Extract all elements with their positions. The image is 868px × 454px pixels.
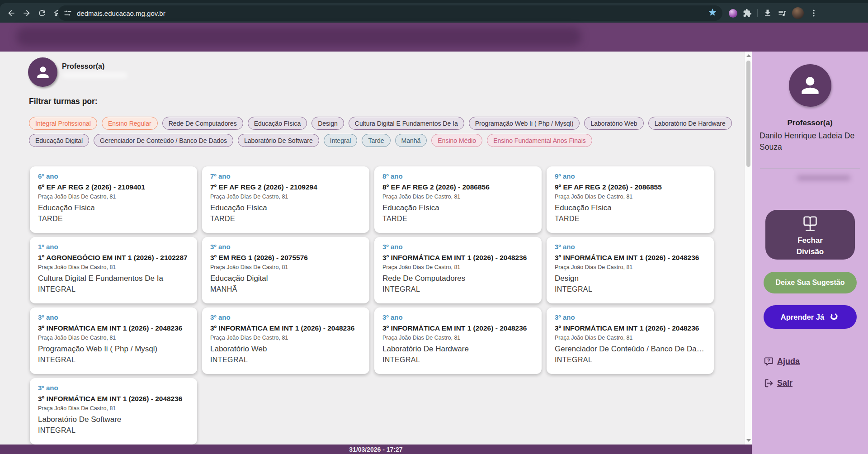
filter-chip[interactable]: Gerenciador De Conteúdo / Banco De Dados (94, 134, 233, 147)
card-shift: TARDE (555, 215, 706, 223)
card-grade: 7º ano (210, 172, 361, 180)
class-card[interactable]: 9º ano 9º EF AF REG 2 (2026) - 2086855 P… (547, 166, 714, 233)
close-division-button[interactable]: Fechar Divisão (765, 210, 855, 260)
download-icon[interactable] (763, 9, 772, 18)
filter-chip[interactable]: Manhã (395, 134, 427, 147)
scroll-down-arrow[interactable] (746, 439, 751, 442)
filter-chip-row: Integral ProfissionalEnsino RegularRede … (29, 117, 732, 130)
filter-chip[interactable]: Cultura Digital E Fundamentos De Ia (349, 117, 464, 130)
filter-chip[interactable]: Educação Digital (29, 134, 89, 147)
class-card[interactable]: 8º ano 8º EF AF REG 2 (2026) - 2086856 P… (374, 166, 542, 233)
card-grade: 9º ano (555, 172, 706, 180)
bookmark-star-icon[interactable] (708, 8, 717, 19)
profile-avatar[interactable] (792, 7, 804, 19)
svg-text:?: ? (767, 358, 770, 363)
card-address: Praça João Dias De Castro, 81 (382, 264, 533, 270)
card-subject: Cultura Digital E Fundamentos De Ia (38, 274, 189, 283)
card-title: 3º INFORMÁTICA EM INT 1 (2026) - 2048236 (555, 254, 706, 262)
card-shift: INTEGRAL (382, 356, 533, 364)
card-shift: TARDE (210, 215, 361, 223)
redacted-blur (62, 72, 127, 78)
filter-chip[interactable]: Programação Web Ii ( Php / Mysql) (469, 117, 580, 130)
card-title: 3º INFORMÁTICA EM INT 1 (2026) - 2048236 (38, 324, 189, 332)
filter-chip-row: Educação DigitalGerenciador De Conteúdo … (29, 134, 592, 147)
card-subject: Gerenciador De Conteúdo / Banco De Da… (555, 345, 706, 354)
url-text[interactable]: dedmais.educacao.mg.gov.br (77, 9, 708, 17)
class-card[interactable]: 3º ano 3º INFORMÁTICA EM INT 1 (2026) - … (374, 237, 542, 303)
extensions-puzzle-icon[interactable] (743, 9, 752, 18)
filter-chip[interactable]: Ensino Médio (431, 134, 482, 147)
card-address: Praça João Dias De Castro, 81 (210, 264, 361, 270)
class-card[interactable]: 3º ano 3º INFORMÁTICA EM INT 1 (2026) - … (202, 307, 369, 374)
class-card[interactable]: 6º ano 6º EF AF REG 2 (2026) - 2109401 P… (30, 166, 197, 233)
filter-chip[interactable]: Laboratório Web (584, 117, 643, 130)
card-grade: 3º ano (210, 243, 361, 251)
scroll-up-arrow[interactable] (746, 54, 751, 57)
card-grade: 1º ano (38, 243, 189, 251)
help-link[interactable]: ? Ajuda (764, 356, 800, 367)
card-title: 3º INFORMÁTICA EM INT 1 (2026) - 2048236 (38, 395, 189, 403)
suggestion-button[interactable]: Deixe Sua Sugestão (764, 272, 857, 293)
filter-chip[interactable]: Integral (324, 134, 358, 147)
card-grade: 3º ano (555, 243, 706, 251)
redacted-blur (797, 175, 850, 180)
card-title: 3º EM REG 1 (2026) - 2075576 (210, 254, 361, 262)
filter-chip[interactable]: Ensino Fundamental Anos Finais (487, 134, 592, 147)
filter-chip[interactable]: Ensino Regular (102, 117, 158, 130)
card-grade: 3º ano (38, 384, 189, 392)
card-address: Praça João Dias De Castro, 81 (555, 335, 706, 341)
filter-chip[interactable]: Educação Física (248, 117, 307, 130)
class-card[interactable]: 3º ano 3º EM REG 1 (2026) - 2075576 Praç… (202, 237, 369, 303)
forward-icon[interactable] (19, 5, 34, 21)
filter-chip[interactable]: Laboratório De Hardware (648, 117, 732, 130)
redacted-blur (16, 27, 581, 46)
card-address: Praça João Dias De Castro, 81 (38, 405, 189, 411)
card-shift: TARDE (382, 215, 533, 223)
card-shift: INTEGRAL (555, 356, 706, 364)
filter-chip[interactable]: Design (311, 117, 344, 130)
kebab-menu-icon[interactable] (809, 9, 818, 18)
url-bar[interactable]: dedmais.educacao.mg.gov.br (58, 5, 722, 21)
close-division-label-line2: Divisão (797, 247, 824, 256)
content-area: Professor(a) Filtrar turmas por: Integra… (0, 52, 745, 445)
class-card[interactable]: 7º ano 7º EF AF REG 2 (2026) - 2109294 P… (202, 166, 369, 233)
class-card[interactable]: 3º ano 3º INFORMÁTICA EM INT 1 (2026) - … (547, 237, 714, 303)
card-grade: 3º ano (382, 313, 533, 321)
filter-chip[interactable]: Laboratório De Software (238, 134, 319, 147)
card-title: 3º INFORMÁTICA EM INT 1 (2026) - 2048236 (382, 254, 533, 262)
logout-link[interactable]: Sair (764, 378, 793, 388)
card-subject: Laboratório Web (210, 345, 361, 354)
card-address: Praça João Dias De Castro, 81 (38, 335, 189, 341)
open-book-monitor-icon (800, 213, 821, 234)
site-settings-icon[interactable] (63, 9, 72, 18)
class-card-grid: 6º ano 6º EF AF REG 2 (2026) - 2109401 P… (30, 166, 714, 445)
card-grade: 3º ano (210, 313, 361, 321)
card-title: 7º EF AF REG 2 (2026) - 2109294 (210, 183, 361, 191)
card-title: 1º AGRONEGÓCIO EM INT 1 (2026) - 2102287 (38, 254, 189, 262)
logout-icon (764, 378, 774, 388)
media-queue-icon[interactable] (778, 9, 787, 18)
card-grade: 3º ano (38, 313, 189, 321)
class-card[interactable]: 3º ano 3º INFORMÁTICA EM INT 1 (2026) - … (547, 307, 714, 374)
card-subject: Educação Física (38, 203, 189, 213)
scrollbar-thumb[interactable] (746, 61, 750, 167)
question-bubble-icon: ? (764, 356, 774, 367)
sidebar-role-label: Professor(a) (752, 118, 868, 128)
card-address: Praça João Dias De Castro, 81 (210, 194, 361, 200)
back-icon[interactable] (4, 5, 19, 21)
learn-now-button[interactable]: Aprender Já (764, 305, 857, 329)
card-title: 8º EF AF REG 2 (2026) - 2086856 (382, 183, 533, 191)
card-address: Praça João Dias De Castro, 81 (555, 264, 706, 270)
class-card[interactable]: 1º ano 1º AGRONEGÓCIO EM INT 1 (2026) - … (30, 237, 197, 303)
extension-badge-icon[interactable] (729, 9, 737, 18)
class-card[interactable]: 3º ano 3º INFORMÁTICA EM INT 1 (2026) - … (374, 307, 542, 374)
class-card[interactable]: 3º ano 3º INFORMÁTICA EM INT 1 (2026) - … (30, 307, 197, 374)
reload-icon[interactable] (34, 5, 50, 21)
class-card[interactable]: 3º ano 3º INFORMÁTICA EM INT 1 (2026) - … (30, 378, 197, 445)
filter-chip[interactable]: Rede De Computadores (162, 117, 243, 130)
filter-chip[interactable]: Integral Profissional (29, 117, 97, 130)
filter-chip[interactable]: Tarde (362, 134, 390, 147)
scrollbar[interactable] (745, 52, 752, 445)
help-label: Ajuda (777, 357, 800, 366)
professor-avatar (28, 57, 57, 87)
